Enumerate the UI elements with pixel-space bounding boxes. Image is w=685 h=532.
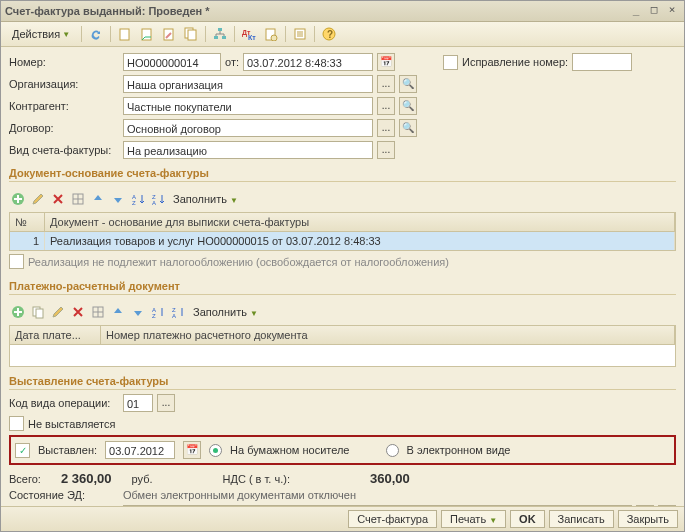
from-label: от:	[225, 56, 239, 68]
structure-icon[interactable]	[210, 24, 230, 44]
radio-paper[interactable]	[209, 444, 222, 457]
move-down-icon[interactable]	[109, 190, 127, 208]
delete-icon[interactable]	[49, 190, 67, 208]
print-button[interactable]: Печать ▼	[441, 510, 506, 528]
select-button[interactable]: ...	[377, 119, 395, 137]
svg-text:Z: Z	[152, 313, 156, 319]
issued-label: Выставлен:	[38, 444, 97, 456]
svg-rect-7	[222, 36, 226, 39]
col-n-header: №	[10, 213, 45, 231]
svg-rect-6	[214, 36, 218, 39]
dogovor-input[interactable]: Основной договор	[123, 119, 373, 137]
col-doc-header: Документ - основание для выписки счета-ф…	[45, 213, 675, 231]
copy-row-icon[interactable]	[29, 303, 47, 321]
window-title: Счет-фактура выданный: Проведен *	[5, 5, 628, 17]
add-icon[interactable]	[9, 190, 27, 208]
edit-icon[interactable]	[49, 303, 67, 321]
search-icon[interactable]: 🔍	[399, 119, 417, 137]
dogovor-label: Договор:	[9, 122, 119, 134]
currency-label: руб.	[132, 473, 153, 485]
tax-exempt-checkbox[interactable]	[9, 254, 24, 269]
chevron-down-icon: ▼	[230, 196, 238, 205]
calendar-icon[interactable]: 📅	[183, 441, 201, 459]
number-input[interactable]: НО000000014	[123, 53, 221, 71]
chevron-down-icon: ▼	[489, 516, 497, 525]
svg-rect-0	[120, 29, 129, 40]
grid-icon[interactable]	[89, 303, 107, 321]
org-input[interactable]: Наша организация	[123, 75, 373, 93]
actions-label: Действия	[12, 28, 60, 40]
radio-electronic[interactable]	[386, 444, 399, 457]
maximize-button[interactable]: □	[646, 4, 662, 18]
new-icon[interactable]	[115, 24, 135, 44]
op-code-input[interactable]: 01	[123, 394, 153, 412]
delete-icon[interactable]	[69, 303, 87, 321]
kind-label: Вид счета-фактуры:	[9, 144, 119, 156]
chevron-down-icon: ▼	[62, 30, 70, 39]
navigate-icon[interactable]	[159, 24, 179, 44]
svg-rect-23	[36, 309, 43, 318]
table-row[interactable]: 1 Реализация товаров и услуг НО000000015…	[10, 232, 675, 250]
sort-asc-icon[interactable]: AZ	[149, 303, 167, 321]
sort-asc-icon[interactable]: AZ	[129, 190, 147, 208]
svg-point-11	[271, 35, 277, 41]
correction-input[interactable]	[572, 53, 632, 71]
issue-highlight: ✓ Выставлен: 03.07.2012 📅 На бумажном но…	[9, 435, 676, 465]
tax-note: Реализация не подлежит налогообложению (…	[28, 256, 449, 268]
op-code-label: Код вида операции:	[9, 397, 119, 409]
search-icon[interactable]: 🔍	[399, 75, 417, 93]
select-button[interactable]: ...	[377, 141, 395, 159]
col-date-header: Дата плате...	[10, 326, 101, 344]
dk-icon[interactable]: ДтКт	[239, 24, 259, 44]
date-input[interactable]: 03.07.2012 8:48:33	[243, 53, 373, 71]
fill-menu[interactable]: Заполнить ▼	[189, 306, 262, 318]
help-icon[interactable]: ?	[319, 24, 339, 44]
copy-icon[interactable]	[181, 24, 201, 44]
not-issued-checkbox[interactable]	[9, 416, 24, 431]
basis-grid[interactable]: № Документ - основание для выписки счета…	[9, 212, 676, 251]
sort-desc-icon[interactable]: ZA	[169, 303, 187, 321]
select-button[interactable]: ...	[157, 394, 175, 412]
grid-icon[interactable]	[69, 190, 87, 208]
minimize-button[interactable]: _	[628, 4, 644, 18]
sort-desc-icon[interactable]: ZA	[149, 190, 167, 208]
section-basis: Документ-основание счета-фактуры	[9, 163, 676, 182]
close-button[interactable]: Закрыть	[618, 510, 678, 528]
contr-input[interactable]: Частные покупатели	[123, 97, 373, 115]
total-value: 2 360,00	[61, 471, 112, 486]
cell-doc: Реализация товаров и услуг НО000000015 о…	[45, 232, 675, 250]
issued-checkbox[interactable]: ✓	[15, 443, 30, 458]
payment-grid[interactable]: Дата плате... Номер платежно расчетного …	[9, 325, 676, 367]
issued-date-input[interactable]: 03.07.2012	[105, 441, 175, 459]
svg-text:Кт: Кт	[248, 34, 256, 41]
list-icon[interactable]	[290, 24, 310, 44]
ed-status: Обмен электронными документами отключен	[123, 489, 356, 501]
radio-elec-label: В электронном виде	[407, 444, 511, 456]
actions-menu[interactable]: Действия ▼	[5, 25, 77, 43]
calendar-icon[interactable]: 📅	[377, 53, 395, 71]
select-button[interactable]: ...	[377, 97, 395, 115]
move-up-icon[interactable]	[109, 303, 127, 321]
kind-input[interactable]: На реализацию	[123, 141, 373, 159]
contr-label: Контрагент:	[9, 100, 119, 112]
post-icon[interactable]	[137, 24, 157, 44]
close-window-button[interactable]: ×	[664, 4, 680, 18]
refresh-icon[interactable]	[86, 24, 106, 44]
fill-menu[interactable]: Заполнить ▼	[169, 193, 242, 205]
edit-icon[interactable]	[29, 190, 47, 208]
move-up-icon[interactable]	[89, 190, 107, 208]
doc-link-icon[interactable]	[261, 24, 281, 44]
invoice-button[interactable]: Счет-фактура	[348, 510, 437, 528]
col-num-header: Номер платежно расчетного документа	[101, 326, 675, 344]
write-button[interactable]: Записать	[549, 510, 614, 528]
move-down-icon[interactable]	[129, 303, 147, 321]
select-button[interactable]: ...	[377, 75, 395, 93]
svg-text:A: A	[152, 200, 156, 206]
total-label: Всего:	[9, 473, 41, 485]
correction-checkbox[interactable]	[443, 55, 458, 70]
correction-label: Исправление номер:	[462, 56, 568, 68]
add-icon[interactable]	[9, 303, 27, 321]
section-issue: Выставление счета-фактуры	[9, 371, 676, 390]
search-icon[interactable]: 🔍	[399, 97, 417, 115]
ok-button[interactable]: OK	[510, 510, 545, 528]
